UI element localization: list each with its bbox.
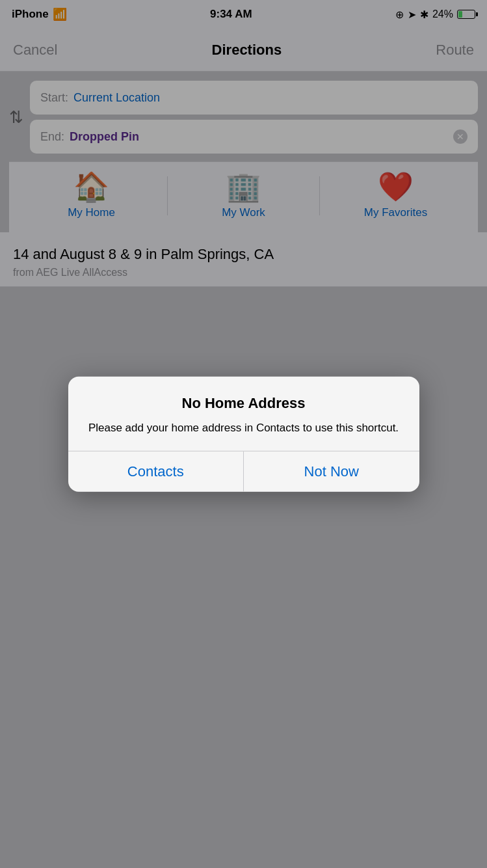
not-now-button[interactable]: Not Now (244, 451, 419, 491)
alert-content: No Home Address Please add your home add… (68, 377, 419, 451)
alert-title: No Home Address (84, 395, 404, 412)
contacts-button[interactable]: Contacts (68, 451, 244, 491)
alert-box: No Home Address Please add your home add… (68, 377, 419, 492)
alert-dialog: No Home Address Please add your home add… (68, 377, 419, 492)
alert-message: Please add your home address in Contacts… (84, 420, 404, 437)
alert-buttons: Contacts Not Now (68, 450, 419, 491)
